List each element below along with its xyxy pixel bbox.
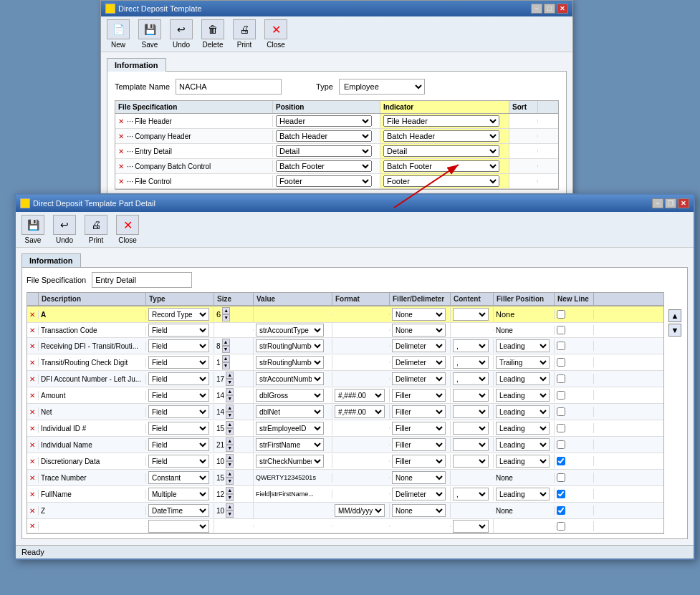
format-select[interactable]: MM/dd/yyyy — [335, 504, 385, 517]
spin-up[interactable]: ▲ — [226, 372, 234, 379]
x-icon[interactable]: ✕ — [118, 132, 124, 140]
newline-checkbox[interactable] — [557, 342, 565, 350]
fillpos-select[interactable]: Leading — [496, 438, 550, 451]
spin-down[interactable]: ▼ — [226, 494, 234, 501]
format-select[interactable]: #,###.00 — [335, 405, 385, 418]
pos-select[interactable]: Batch Header — [276, 130, 372, 142]
type-select[interactable]: Record Type — [148, 308, 209, 321]
pos-select[interactable]: Detail — [276, 145, 372, 157]
fillpos-select[interactable]: Leading — [496, 339, 550, 352]
pos-select[interactable]: Footer — [276, 175, 372, 187]
spin-up[interactable]: ▲ — [226, 487, 234, 494]
fillpos-select[interactable]: Trailing — [496, 356, 550, 369]
ind-select[interactable]: Footer — [383, 175, 499, 187]
x-icon[interactable]: ✕ — [118, 178, 124, 185]
spin-down[interactable]: ▼ — [226, 379, 234, 386]
filler-select[interactable]: None — [392, 471, 446, 484]
value-select[interactable]: strFirstName — [256, 438, 324, 451]
newline-checkbox[interactable] — [557, 391, 565, 400]
spin-down[interactable]: ▼ — [226, 395, 234, 402]
spin-up[interactable]: ▲ — [226, 388, 234, 395]
value-select[interactable]: strRoutingNumber — [256, 339, 324, 352]
main-print-button[interactable]: 🖨 Print — [85, 215, 107, 244]
content-select[interactable] — [453, 438, 489, 451]
type-select[interactable]: Field — [148, 372, 209, 385]
spin-up[interactable]: ▲ — [226, 470, 234, 478]
fillpos-select[interactable]: Leading — [496, 405, 550, 418]
template-name-input[interactable] — [176, 79, 282, 95]
filler-select[interactable]: Filler — [392, 438, 446, 451]
content-select[interactable]: , — [453, 372, 489, 385]
newline-checkbox[interactable] — [557, 424, 565, 432]
filler-select[interactable]: Delimeter — [392, 356, 446, 369]
spin-up[interactable]: ▲ — [226, 437, 234, 445]
content-select[interactable]: , — [453, 339, 489, 352]
fillpos-select[interactable]: Leading — [496, 455, 550, 468]
type-select[interactable]: Field — [148, 389, 209, 402]
spin-down[interactable]: ▼ — [222, 346, 230, 353]
newline-checkbox[interactable] — [557, 407, 565, 416]
spin-down[interactable]: ▼ — [222, 314, 230, 321]
type-select[interactable] — [148, 520, 209, 533]
content-select[interactable] — [453, 422, 489, 435]
content-select[interactable] — [453, 308, 489, 321]
main-save-button[interactable]: 💾 Save — [21, 215, 44, 244]
dots-icon[interactable]: ··· — [127, 177, 133, 185]
main-close-button[interactable]: ✕ — [678, 198, 689, 208]
value-select[interactable]: strCheckNumber — [256, 455, 324, 468]
dots-icon[interactable]: ··· — [127, 162, 133, 170]
dots-icon[interactable]: ··· — [127, 147, 133, 155]
newline-checkbox[interactable] — [557, 490, 565, 498]
content-select[interactable] — [453, 389, 489, 402]
bg-undo-button[interactable]: ↩ Undo — [170, 19, 193, 49]
spin-down[interactable]: ▼ — [226, 428, 234, 435]
ind-select[interactable]: File Header — [383, 115, 499, 127]
newline-checkbox[interactable] — [557, 457, 565, 465]
x-icon[interactable]: ✕ — [118, 147, 124, 155]
main-undo-button[interactable]: ↩ Undo — [53, 215, 76, 244]
bg-minimize-button[interactable]: − — [531, 4, 542, 14]
spin-down[interactable]: ▼ — [226, 461, 234, 468]
row-x-icon[interactable]: ✕ — [29, 359, 35, 367]
newline-checkbox[interactable] — [557, 473, 565, 482]
content-select[interactable]: , — [453, 356, 489, 369]
row-x-icon[interactable]: ✕ — [29, 375, 35, 383]
filler-select[interactable]: Filler — [392, 455, 446, 468]
spin-down[interactable]: ▼ — [222, 362, 230, 369]
content-select[interactable] — [453, 520, 489, 533]
bg-save-button[interactable]: 💾 Save — [138, 19, 161, 49]
filler-select[interactable]: Filler — [392, 389, 446, 402]
type-select[interactable]: Multiple — [148, 488, 209, 500]
newline-checkbox[interactable] — [557, 440, 565, 449]
newline-checkbox[interactable] — [557, 522, 565, 531]
bg-new-button[interactable]: 📄 New — [107, 19, 130, 49]
newline-checkbox[interactable] — [557, 506, 565, 515]
type-select[interactable]: DateTime — [148, 504, 209, 517]
type-select[interactable]: Field — [148, 356, 209, 369]
file-spec-input[interactable] — [92, 272, 192, 288]
type-select[interactable]: Employee — [339, 79, 425, 95]
ind-select[interactable]: Batch Header — [383, 130, 499, 142]
main-restore-button[interactable]: ❐ — [665, 198, 676, 208]
type-select[interactable]: Field — [148, 405, 209, 418]
filler-select[interactable]: Filler — [392, 422, 446, 435]
type-select[interactable]: Field — [148, 324, 209, 337]
row-x-icon[interactable]: ✕ — [29, 522, 35, 530]
fillpos-select[interactable]: Leading — [496, 372, 550, 385]
bg-close-button[interactable]: ✕ — [557, 4, 568, 14]
spin-up[interactable]: ▲ — [226, 421, 234, 428]
newline-checkbox[interactable] — [557, 374, 565, 383]
row-x-icon[interactable]: ✕ — [29, 441, 35, 449]
dots-icon[interactable]: ··· — [127, 132, 133, 140]
spin-up[interactable]: ▲ — [222, 355, 230, 362]
spin-up[interactable]: ▲ — [222, 307, 230, 314]
value-select[interactable]: dblNet — [256, 405, 324, 418]
type-select[interactable]: Field — [148, 438, 209, 451]
pos-select[interactable]: Batch Footer — [276, 160, 372, 172]
bg-maximize-button[interactable]: □ — [544, 4, 555, 14]
newline-checkbox[interactable] — [557, 326, 565, 334]
fillpos-select[interactable]: Leading — [496, 389, 550, 402]
type-select[interactable]: Field — [148, 339, 209, 352]
filler-select[interactable]: None — [392, 324, 446, 337]
main-close-toolbar-button[interactable]: ✕ Close — [116, 215, 139, 244]
